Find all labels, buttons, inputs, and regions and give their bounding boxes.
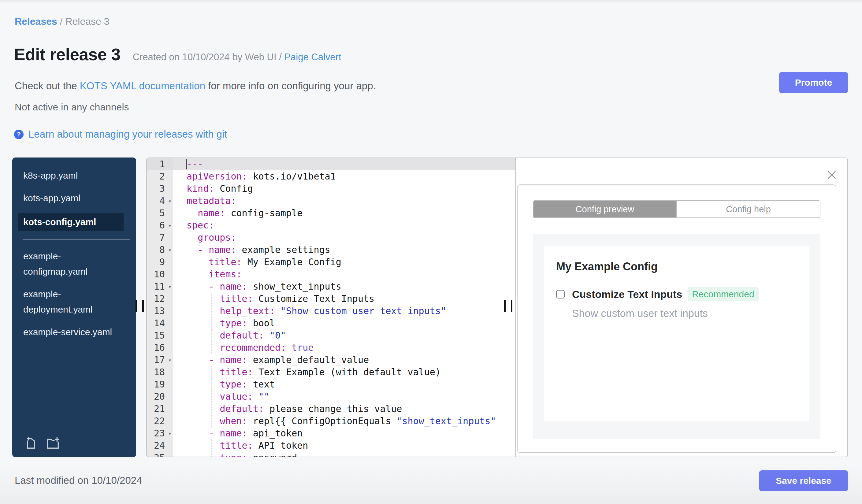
config-item-label: Customize Text Inputs: [572, 288, 682, 300]
gutter-line-25: 25: [147, 452, 172, 457]
doc-info-prefix: Check out the: [15, 80, 80, 91]
file-item-kots-app.yaml[interactable]: kots-app.yaml: [23, 190, 119, 206]
gutter-line-18: 18: [147, 366, 172, 378]
gutter-line-7: 7: [147, 231, 172, 244]
gutter-line-22: 22: [147, 415, 172, 427]
file-item-kots-config.yaml[interactable]: kots-config.yaml: [18, 213, 123, 231]
fold-toggle-icon[interactable]: ▾: [168, 195, 172, 207]
editor-shell: 1234▾56▾78▾91011▾121314151617▾1819202122…: [146, 158, 848, 457]
kots-yaml-doc-link[interactable]: KOTS YAML documentation: [80, 80, 205, 91]
gutter-line-17: 17▾: [147, 354, 172, 366]
code-line-17: - name: example_default_value: [172, 354, 515, 366]
config-item-help-text: Show custom user text inputs: [572, 307, 797, 319]
sidebar-actions: [24, 436, 60, 450]
code-line-13: help_text: "Show custom user text inputs…: [172, 305, 515, 317]
gutter-line-3: 3: [147, 183, 172, 195]
code-line-8: - name: example_settings: [172, 244, 515, 256]
fold-toggle-icon[interactable]: ▾: [168, 354, 172, 366]
file-sidebar: k8s-app.yamlkots-app.yamlkots-config.yam…: [12, 158, 136, 457]
code-line-23: - name: api_token: [172, 427, 515, 439]
tab-config-preview[interactable]: Config preview: [534, 201, 676, 217]
file-item-example-configmap.yaml[interactable]: example-configmap.yaml: [23, 249, 119, 279]
code-line-16: recommended: true: [172, 342, 515, 354]
preview-card: Config previewConfig help My Example Con…: [517, 184, 836, 453]
gutter-line-10: 10: [147, 268, 172, 280]
save-release-button[interactable]: Save release: [759, 470, 848, 491]
preview-tab-bar: Config previewConfig help: [533, 200, 820, 218]
gutter-line-20: 20: [147, 390, 172, 403]
created-author-link[interactable]: Paige Calvert: [284, 52, 341, 62]
code-line-9: title: My Example Config: [172, 256, 515, 268]
file-list: k8s-app.yamlkots-app.yamlkots-config.yam…: [23, 168, 128, 340]
git-help-row: ? Learn about managing your releases wit…: [14, 129, 227, 140]
code-line-21: default: please change this value: [172, 403, 515, 415]
fold-toggle-icon[interactable]: ▾: [168, 427, 172, 439]
last-modified-text: Last modified on 10/10/2024: [15, 475, 142, 486]
close-icon[interactable]: [826, 170, 837, 180]
breadcrumb-current: Release 3: [65, 16, 109, 27]
code-line-4: metadata:: [172, 195, 515, 207]
tab-config-help[interactable]: Config help: [676, 201, 820, 217]
channel-status: Not active in any channels: [15, 102, 129, 113]
breadcrumb-separator: /: [60, 16, 65, 27]
gutter-line-23: 23▾: [147, 427, 172, 439]
code-line-14: type: bool: [172, 317, 515, 329]
code-line-2: apiVersion: kots.io/v1beta1: [172, 170, 515, 183]
config-card: My Example Config Customize Text Inputs …: [544, 246, 809, 422]
doc-info-suffix: for more info on configuring your app.: [205, 80, 376, 91]
gutter-line-21: 21: [147, 403, 172, 415]
yaml-code-editor[interactable]: ---apiVersion: kots.io/v1beta1kind: Conf…: [172, 158, 515, 456]
question-mark-icon[interactable]: ?: [14, 130, 24, 139]
git-releases-link[interactable]: Learn about managing your releases with …: [28, 129, 227, 140]
code-line-3: kind: Config: [172, 183, 515, 195]
fold-toggle-icon[interactable]: ▾: [168, 219, 172, 231]
file-item-example-deployment.yaml[interactable]: example-deployment.yaml: [23, 287, 119, 317]
code-line-7: groups:: [172, 231, 515, 244]
code-line-19: type: text: [172, 378, 515, 390]
code-line-25: type: password: [172, 452, 515, 456]
code-line-5: name: config-sample: [172, 207, 515, 219]
add-folder-icon[interactable]: [46, 436, 60, 450]
gutter-line-15: 15: [147, 329, 172, 342]
panel-resize-handle[interactable]: [504, 300, 514, 312]
gutter-line-14: 14: [147, 317, 172, 329]
file-item-k8s-app.yaml[interactable]: k8s-app.yaml: [23, 168, 119, 183]
breadcrumb-releases-link[interactable]: Releases: [15, 16, 57, 27]
customize-text-inputs-checkbox[interactable]: [556, 290, 565, 299]
code-line-1: ---: [172, 158, 515, 170]
title-row: Edit release 3 Created on 10/10/2024 by …: [14, 45, 341, 64]
code-line-6: spec:: [172, 219, 515, 231]
gutter-line-1: 1: [147, 158, 172, 170]
gutter-line-2: 2: [147, 170, 172, 183]
code-line-24: title: API token: [172, 439, 515, 452]
code-line-10: items:: [172, 268, 515, 280]
config-group-title: My Example Config: [556, 260, 797, 273]
gutter-line-13: 13: [147, 305, 172, 317]
gutter-line-16: 16: [147, 342, 172, 354]
sidebar-resize-handle[interactable]: [135, 300, 145, 312]
fold-toggle-icon[interactable]: ▾: [168, 244, 172, 256]
gutter-line-11: 11▾: [147, 280, 172, 293]
file-list-divider: [23, 239, 130, 239]
file-item-example-service.yaml[interactable]: example-service.yaml: [23, 324, 119, 340]
text-cursor: [186, 159, 187, 170]
gutter-line-19: 19: [147, 378, 172, 390]
gutter-line-6: 6▾: [147, 219, 172, 231]
add-file-icon[interactable]: [24, 436, 38, 450]
code-line-11: - name: show_text_inputs: [172, 280, 515, 293]
page-title: Edit release 3: [14, 45, 120, 64]
code-line-22: when: repl{{ ConfigOptionEquals "show_te…: [172, 415, 515, 427]
created-meta: Created on 10/10/2024 by Web UI / Paige …: [133, 52, 341, 63]
editor-gutter: 1234▾56▾78▾91011▾121314151617▾1819202122…: [147, 158, 172, 456]
recommended-badge: Recommended: [688, 287, 758, 301]
code-line-20: value: "": [172, 390, 515, 403]
gutter-line-24: 24: [147, 439, 172, 452]
promote-button[interactable]: Promote: [779, 72, 848, 93]
fold-toggle-icon[interactable]: ▾: [168, 280, 172, 293]
code-line-18: title: Text Example (with default value): [172, 366, 515, 378]
doc-info-line: Check out the KOTS YAML documentation fo…: [15, 80, 376, 92]
code-line-12: title: Customize Text Inputs: [172, 293, 515, 305]
gutter-line-12: 12: [147, 293, 172, 305]
code-line-15: default: "0": [172, 329, 515, 342]
gutter-line-9: 9: [147, 256, 172, 268]
